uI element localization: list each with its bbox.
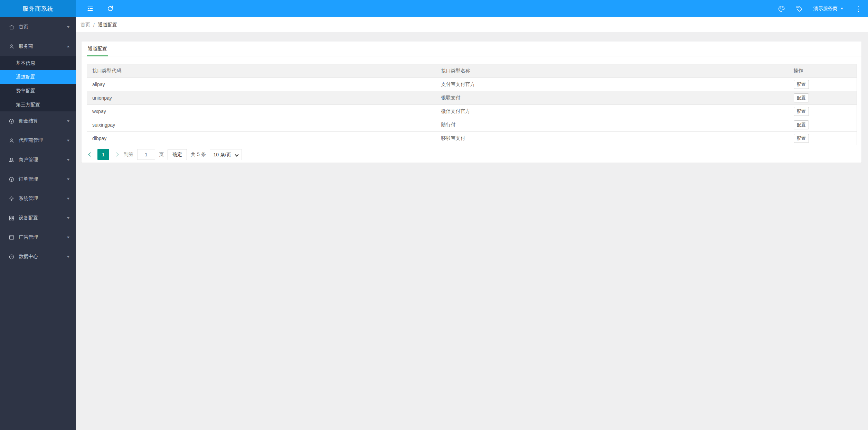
sidebar-item-thirdparty-config[interactable]: 第三方配置	[0, 98, 76, 111]
configure-button[interactable]: 配置	[794, 120, 809, 129]
cell-name: 微信支付官方	[436, 105, 789, 118]
table-row: unionpay 银联支付 配置	[87, 91, 857, 105]
configure-button[interactable]: 配置	[794, 107, 809, 116]
chevron-down-icon	[235, 153, 238, 156]
content-card: 通道配置 接口类型代码 接口类型名称 操作 alipay	[82, 42, 861, 163]
table-row: wxpay 微信支付官方 配置	[87, 105, 857, 118]
user-dropdown[interactable]: 演示服务商 ▼	[813, 6, 843, 12]
cell-code: dlbpay	[87, 132, 436, 145]
sidebar-item-ad-mgmt[interactable]: 广告管理 ▼	[0, 228, 76, 247]
sidebar-item-basic-info[interactable]: 基本信息	[0, 56, 76, 70]
next-page-button[interactable]	[113, 149, 120, 160]
chevron-down-icon: ▼	[66, 216, 70, 220]
sidebar-item-system-mgmt[interactable]: 系统管理 ▼	[0, 189, 76, 208]
sidebar-item-rate-config[interactable]: 费率配置	[0, 84, 76, 98]
top-header: 服务商系统	[0, 0, 868, 17]
current-page-button[interactable]: 1	[97, 149, 109, 160]
sidebar-item-device-config[interactable]: 设备配置 ▼	[0, 208, 76, 228]
sidebar-item-order-mgmt[interactable]: 订单管理 ▼	[0, 170, 76, 189]
sidebar-item-label: 商户管理	[19, 157, 67, 163]
pagination-bar: 1 到第 页 确定 共 5 条 10 条/页	[82, 149, 861, 160]
sidebar-nav: 首页 ▼ 服务商 ▲ 基本信息 通道配置 费率配置 第三方配置	[0, 17, 76, 430]
sidebar-item-service-provider[interactable]: 服务商 ▲	[0, 37, 76, 56]
col-header-interface-code: 接口类型代码	[87, 64, 436, 78]
user-icon	[8, 137, 15, 144]
users-icon	[8, 157, 15, 163]
sidebar-item-commission[interactable]: 佣金结算 ▼	[0, 111, 76, 131]
channel-table: 接口类型代码 接口类型名称 操作 alipay 支付宝支付官方 配置 union…	[87, 64, 857, 145]
cell-code: unionpay	[87, 91, 436, 105]
total-count-label: 共 5 条	[191, 152, 206, 158]
sidebar-item-agent-mgmt[interactable]: 代理商管理 ▼	[0, 131, 76, 150]
sidebar-item-label: 首页	[19, 24, 67, 30]
table-row: dlbpay 哆啦宝支付 配置	[87, 132, 857, 145]
chevron-down-icon: ▼	[66, 139, 70, 142]
prev-page-button[interactable]	[87, 149, 94, 160]
table-header-row: 接口类型代码 接口类型名称 操作	[87, 64, 857, 78]
breadcrumb: 首页 / 通道配置	[76, 17, 868, 32]
tab-bar: 通道配置	[82, 42, 861, 56]
cell-code: alipay	[87, 78, 436, 91]
table-row: alipay 支付宝支付官方 配置	[87, 78, 857, 91]
chevron-down-icon: ▼	[66, 119, 70, 123]
page-size-select[interactable]: 10 条/页	[210, 149, 242, 160]
gear-icon	[8, 195, 15, 202]
cell-code: suixingpay	[87, 118, 436, 132]
yen-circle-icon	[8, 176, 15, 182]
chevron-down-icon: ▼	[66, 255, 70, 258]
sidebar-item-channel-config[interactable]: 通道配置	[0, 70, 76, 84]
confirm-page-button[interactable]: 确定	[168, 149, 187, 160]
cell-name: 随行付	[436, 118, 789, 132]
chevron-up-icon: ▲	[66, 45, 70, 48]
chevron-down-icon: ▼	[66, 236, 70, 239]
collapse-menu-icon[interactable]	[86, 5, 94, 12]
sidebar-item-label: 佣金结算	[19, 118, 67, 124]
tag-icon[interactable]	[795, 5, 803, 12]
caret-down-icon: ▼	[840, 7, 843, 10]
chevron-left-icon	[88, 152, 93, 157]
sidebar-item-label: 广告管理	[19, 234, 67, 240]
theme-palette-icon[interactable]	[777, 5, 785, 12]
sidebar-item-label: 订单管理	[19, 176, 67, 182]
chevron-down-icon: ▼	[66, 158, 70, 162]
sidebar-item-data-center[interactable]: 数据中心 ▼	[0, 247, 76, 266]
yen-circle-icon	[8, 118, 15, 124]
tab-channel-config[interactable]: 通道配置	[87, 42, 108, 56]
main-content: 首页 / 通道配置 通道配置 接口类型代码 接口类型名称 操作	[76, 17, 868, 430]
goto-page-input[interactable]	[137, 149, 155, 160]
configure-button[interactable]: 配置	[794, 80, 809, 89]
goto-label: 到第	[124, 152, 133, 158]
cell-code: wxpay	[87, 105, 436, 118]
sidebar-item-label: 服务商	[19, 43, 67, 49]
sidebar-item-home[interactable]: 首页 ▼	[0, 17, 76, 37]
header-left-tools	[86, 5, 114, 12]
page-size-value: 10 条/页	[214, 152, 231, 157]
channel-table-wrap: 接口类型代码 接口类型名称 操作 alipay 支付宝支付官方 配置 union…	[87, 64, 856, 145]
sidebar-item-label: 设备配置	[19, 215, 67, 221]
configure-button[interactable]: 配置	[794, 93, 809, 102]
chevron-down-icon: ▼	[66, 177, 70, 181]
chevron-down-icon: ▼	[66, 197, 70, 200]
refresh-icon[interactable]	[106, 5, 114, 12]
window-icon	[8, 234, 15, 240]
gauge-icon	[8, 254, 15, 260]
app-logo: 服务商系统	[0, 0, 76, 17]
sidebar-submenu: 基本信息 通道配置 费率配置 第三方配置	[0, 56, 76, 111]
more-vertical-icon[interactable]: ⋮	[854, 6, 863, 12]
chevron-right-icon	[114, 152, 119, 157]
breadcrumb-home-link[interactable]: 首页	[81, 22, 90, 28]
sidebar-item-merchant-mgmt[interactable]: 商户管理 ▼	[0, 150, 76, 170]
col-header-actions: 操作	[789, 64, 857, 78]
user-icon	[8, 43, 15, 49]
cell-name: 支付宝支付官方	[436, 78, 789, 91]
cell-name: 哆啦宝支付	[436, 132, 789, 145]
header-right-tools: 演示服务商 ▼ ⋮	[777, 5, 868, 12]
cell-name: 银联支付	[436, 91, 789, 105]
breadcrumb-separator: /	[93, 22, 95, 28]
table-row: suixingpay 随行付 配置	[87, 118, 857, 132]
user-name: 演示服务商	[813, 6, 838, 12]
sidebar-item-label: 代理商管理	[19, 137, 67, 144]
page-unit-label: 页	[159, 152, 164, 158]
configure-button[interactable]: 配置	[794, 134, 809, 143]
sidebar-item-label: 系统管理	[19, 195, 67, 202]
